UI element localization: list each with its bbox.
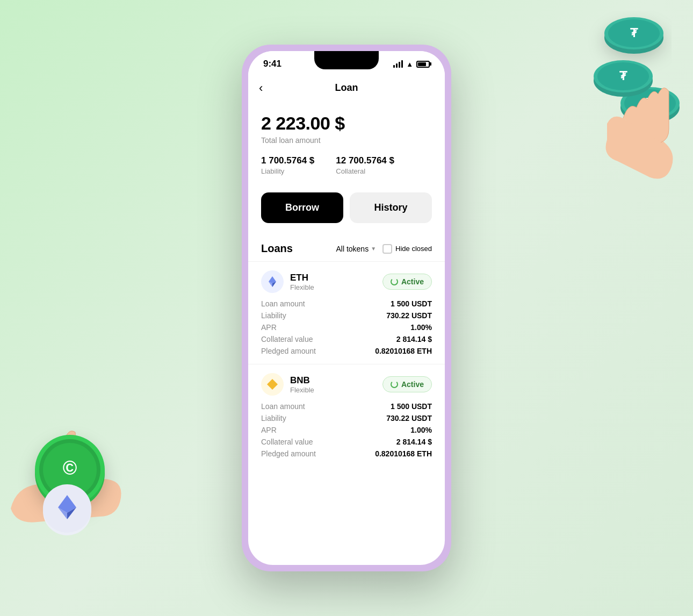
deco-tether-coins: ₮ ₮ bbox=[575, 11, 672, 118]
detail-row: Liability 730.22 USDT bbox=[261, 311, 432, 320]
history-tab[interactable]: History bbox=[350, 192, 432, 223]
svg-point-13 bbox=[35, 435, 105, 505]
battery-fill bbox=[418, 62, 426, 66]
svg-marker-20 bbox=[67, 507, 76, 519]
collateral-stat: 12 700.5764 $ Collateral bbox=[336, 155, 394, 175]
deco-hand-left bbox=[0, 401, 145, 562]
wifi-icon: ▲ bbox=[406, 60, 413, 68]
deco-hand-right: ₮ bbox=[564, 43, 693, 204]
loan-header-row: ETH Flexible Active bbox=[261, 270, 432, 293]
detail-label: Pledged amount bbox=[261, 449, 316, 458]
detail-label: Collateral value bbox=[261, 335, 313, 343]
svg-point-6 bbox=[597, 62, 649, 90]
svg-marker-21 bbox=[58, 507, 67, 519]
detail-row: Collateral value 2 814.14 $ bbox=[261, 335, 432, 343]
loans-title: Loans bbox=[261, 242, 293, 255]
collateral-value: 12 700.5764 $ bbox=[336, 155, 394, 166]
phone-shell: 9:41 ▲ ‹ Loan bbox=[242, 45, 451, 571]
detail-value: 1.00% bbox=[410, 426, 432, 434]
detail-label: APR bbox=[261, 426, 277, 434]
spinner-icon bbox=[391, 381, 398, 388]
detail-row: Pledged amount 0.82010168 ETH bbox=[261, 347, 432, 355]
liability-stat: 1 700.5764 $ Liability bbox=[261, 155, 314, 175]
token-filter-dropdown[interactable]: All tokens ▼ bbox=[336, 245, 376, 253]
svg-text:₮: ₮ bbox=[630, 26, 638, 40]
detail-value: 2 814.14 $ bbox=[396, 335, 432, 343]
total-label: Total loan amount bbox=[261, 136, 432, 145]
amount-section: 2 223.00 $ Total loan amount 1 700.5764 … bbox=[248, 102, 445, 184]
loan-item[interactable]: BNB Flexible Active Loan amount 1 500 US… bbox=[248, 364, 445, 467]
svg-point-15 bbox=[43, 443, 97, 497]
loan-item[interactable]: ETH Flexible Active Loan amount 1 500 US… bbox=[248, 261, 445, 364]
detail-label: APR bbox=[261, 323, 277, 332]
detail-label: Loan amount bbox=[261, 299, 305, 308]
loan-details: Loan amount 1 500 USDT Liability 730.22 … bbox=[261, 402, 432, 458]
svg-marker-19 bbox=[58, 495, 76, 513]
coin-name: BNB bbox=[290, 375, 314, 386]
borrow-tab[interactable]: Borrow bbox=[261, 192, 343, 223]
svg-text:©: © bbox=[63, 457, 77, 479]
detail-label: Pledged amount bbox=[261, 347, 316, 355]
detail-label: Loan amount bbox=[261, 402, 305, 411]
status-text: Active bbox=[401, 380, 424, 389]
detail-row: Loan amount 1 500 USDT bbox=[261, 299, 432, 308]
svg-text:₮: ₮ bbox=[619, 69, 627, 83]
detail-row: Liability 730.22 USDT bbox=[261, 414, 432, 422]
page-header: ‹ Loan bbox=[248, 74, 445, 102]
bnb-icon bbox=[261, 373, 284, 396]
phone-screen: 9:41 ▲ ‹ Loan bbox=[248, 51, 445, 565]
hide-closed-label: Hide closed bbox=[395, 245, 432, 253]
dropdown-arrow-icon: ▼ bbox=[371, 246, 376, 252]
coin-info: BNB Flexible bbox=[261, 373, 314, 396]
phone-notch bbox=[314, 51, 379, 69]
svg-point-4 bbox=[594, 65, 653, 97]
eth-icon bbox=[261, 270, 284, 293]
coin-type: Flexible bbox=[290, 283, 314, 291]
tab-section: Borrow History bbox=[248, 184, 445, 232]
coin-info: ETH Flexible bbox=[261, 270, 314, 293]
spinner-icon bbox=[391, 278, 398, 285]
detail-value: 730.22 USDT bbox=[386, 414, 432, 422]
svg-point-18 bbox=[43, 484, 91, 533]
status-text: Active bbox=[401, 277, 424, 286]
detail-label: Collateral value bbox=[261, 438, 313, 446]
collateral-label: Collateral bbox=[336, 167, 394, 175]
detail-value: 0.82010168 ETH bbox=[375, 347, 432, 355]
detail-row: APR 1.00% bbox=[261, 426, 432, 434]
loans-header: Loans All tokens ▼ Hide closed bbox=[248, 232, 445, 261]
battery-icon bbox=[416, 61, 430, 68]
svg-point-0 bbox=[604, 22, 663, 54]
detail-value: 0.82010168 ETH bbox=[375, 449, 432, 458]
deco-green-coin: © bbox=[16, 422, 102, 508]
detail-value: 2 814.14 $ bbox=[396, 438, 432, 446]
liability-value: 1 700.5764 $ bbox=[261, 155, 314, 166]
detail-row: Collateral value 2 814.14 $ bbox=[261, 438, 432, 446]
svg-point-5 bbox=[594, 60, 653, 92]
scene: ₮ ₮ ₮ © bbox=[0, 0, 693, 616]
liability-label: Liability bbox=[261, 167, 314, 175]
screen-content: ‹ Loan 2 223.00 $ Total loan amount 1 70… bbox=[248, 74, 445, 561]
status-badge: Active bbox=[382, 376, 432, 392]
status-badge: Active bbox=[382, 274, 432, 290]
total-amount: 2 223.00 $ bbox=[261, 113, 432, 134]
filter-row: All tokens ▼ Hide closed bbox=[336, 244, 432, 254]
svg-point-17 bbox=[43, 487, 91, 535]
hide-closed-toggle[interactable]: Hide closed bbox=[382, 244, 432, 254]
svg-marker-25 bbox=[267, 379, 278, 390]
status-icons: ▲ bbox=[393, 60, 430, 68]
svg-text:₮: ₮ bbox=[646, 96, 654, 110]
loan-details: Loan amount 1 500 USDT Liability 730.22 … bbox=[261, 299, 432, 355]
svg-point-1 bbox=[604, 17, 663, 49]
detail-value: 1.00% bbox=[410, 323, 432, 332]
back-button[interactable]: ‹ bbox=[259, 81, 263, 95]
svg-point-14 bbox=[39, 439, 100, 500]
hide-closed-checkbox[interactable] bbox=[382, 244, 392, 254]
status-time: 9:41 bbox=[263, 59, 281, 69]
signal-icon bbox=[393, 60, 403, 68]
coin-name: ETH bbox=[290, 273, 314, 283]
detail-row: Pledged amount 0.82010168 ETH bbox=[261, 449, 432, 458]
loan-list: ETH Flexible Active Loan amount 1 500 US… bbox=[248, 261, 445, 467]
svg-point-2 bbox=[608, 19, 660, 47]
detail-label: Liability bbox=[261, 311, 286, 320]
detail-row: APR 1.00% bbox=[261, 323, 432, 332]
